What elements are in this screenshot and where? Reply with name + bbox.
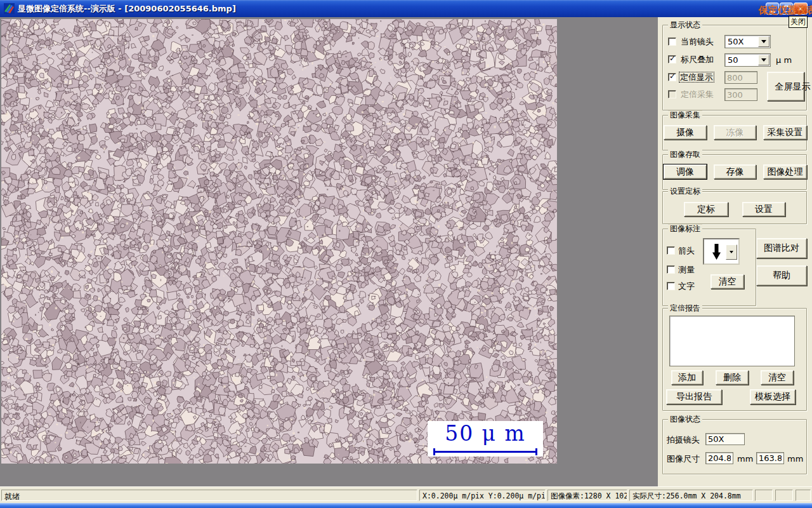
checkbox-scale-overlay[interactable] — [668, 55, 676, 64]
combo-current-lens-dropdown-button[interactable] — [758, 36, 769, 47]
window-title: 显微图像定倍系统--演示版 - [20090602055646.bmp] — [18, 3, 236, 15]
scale-bar-label: 50 μ m — [428, 421, 543, 446]
group-title-report: 定倍报告 — [668, 304, 702, 312]
status-ready: 就绪 — [1, 490, 417, 501]
group-image-status: 图像状态 — [662, 419, 807, 474]
fullscreen-button-label: 全屏显示 — [775, 81, 797, 91]
checkbox-measure[interactable] — [667, 265, 675, 274]
titlebar: 显微图像定倍系统--演示版 - [20090602055646.bmp] ✕ — [0, 0, 812, 18]
arrow-style-combo[interactable] — [703, 238, 740, 265]
label-measure: 测量 — [678, 265, 695, 274]
export-report-button[interactable]: 导出报告 — [666, 389, 722, 404]
group-title-calibration: 设置定标 — [668, 187, 702, 196]
clear-annotation-button[interactable]: 清空 — [710, 274, 744, 289]
width-input[interactable] — [705, 452, 733, 464]
chevron-down-icon — [761, 58, 766, 64]
chevron-down-icon — [730, 251, 733, 255]
taskbar-strip[interactable] — [0, 503, 812, 508]
clear-report-button[interactable]: 清空 — [761, 370, 794, 385]
setup-button[interactable]: 设置 — [742, 202, 785, 217]
scale-bar: 50 μ m — [428, 421, 543, 457]
status-empty-panel — [775, 490, 793, 501]
combo-current-lens-value: 50X — [728, 37, 743, 46]
chevron-down-icon — [761, 40, 766, 46]
label-scale-overlay: 标尺叠加 — [681, 55, 714, 64]
shoot-button[interactable]: 摄像 — [664, 125, 707, 140]
checkbox-current-lens[interactable] — [668, 37, 676, 46]
checkbox-arrow[interactable] — [667, 246, 675, 255]
calibrate-button[interactable]: 定标 — [684, 202, 728, 217]
atlas-compare-button[interactable]: 图谱比对 — [756, 238, 807, 258]
combo-scale-overlay-value: 50 — [728, 55, 738, 65]
group-title-image-status: 图像状态 — [668, 415, 702, 424]
save-image-button[interactable]: 存像 — [714, 164, 756, 179]
arrow-style-dropdown-button[interactable] — [726, 244, 737, 260]
report-listbox[interactable] — [669, 316, 795, 366]
label-text: 文字 — [678, 281, 695, 291]
side-panel: 显示状态 当前镜头 50X 标尺叠加 50 μ m 定倍显示 定倍采集 全屏显示 — [658, 17, 812, 486]
add-report-button[interactable]: 添加 — [671, 370, 703, 385]
group-title-annotation: 图像标注 — [668, 224, 702, 233]
group-title-display-status: 显示状态 — [668, 20, 702, 29]
restore-button[interactable] — [780, 3, 793, 15]
checkbox-fixed-capture[interactable] — [668, 90, 676, 98]
statusbar: 就绪 X:0.200μ m/pix Y:0.200μ m/pix 图像像素:12… — [0, 486, 812, 504]
group-title-capture: 图像采集 — [668, 110, 702, 119]
freeze-button[interactable]: 冻像 — [714, 125, 756, 140]
arrow-down-icon — [712, 244, 721, 260]
label-current-lens: 当前镜头 — [681, 37, 714, 46]
app-icon — [4, 3, 15, 14]
close-button[interactable]: ✕ — [794, 3, 808, 15]
status-image-pixels: 图像像素:1280 X 1024 — [547, 490, 627, 501]
label-height-unit: mm — [787, 454, 803, 464]
application-window: 显微图像定倍系统--演示版 - [20090602055646.bmp] ✕ 保… — [0, 0, 812, 508]
image-process-button[interactable]: 图像处理 — [763, 164, 807, 179]
restore-icon — [783, 6, 790, 12]
combo-current-lens[interactable]: 50X — [724, 35, 771, 48]
micrograph-canvas[interactable] — [1, 19, 557, 464]
close-tooltip: 关闭 — [789, 16, 808, 28]
label-fixed-capture: 定倍采集 — [681, 90, 714, 99]
capture-settings-button[interactable]: 采集设置 — [763, 125, 807, 140]
status-empty-panel — [755, 490, 773, 501]
minimize-button[interactable] — [766, 3, 779, 15]
template-select-button[interactable]: 模板选择 — [750, 389, 796, 404]
input-fixed-capture[interactable] — [724, 88, 757, 101]
group-title-storage: 图像存取 — [668, 150, 702, 159]
height-input[interactable] — [756, 452, 784, 464]
checkbox-text[interactable] — [667, 282, 675, 290]
load-image-button[interactable]: 调像 — [664, 164, 707, 179]
fullscreen-button[interactable]: 全屏显示 — [767, 72, 804, 101]
image-area[interactable]: 50 μ m — [1, 19, 557, 464]
status-pixel-scale: X:0.200μ m/pix Y:0.200μ m/pix — [419, 490, 546, 501]
help-button[interactable]: 帮助 — [756, 265, 807, 286]
status-actual-size: 实际尺寸:256.0mm X 204.8mm — [629, 490, 753, 501]
label-fixed-display: 定倍显示 — [679, 72, 714, 82]
close-icon: ✕ — [797, 4, 804, 13]
label-width-unit: mm — [737, 454, 753, 464]
lens-input[interactable] — [705, 433, 745, 445]
client-area: 50 μ m 显示状态 当前镜头 50X 标尺叠加 50 μ m — [0, 17, 812, 486]
checkbox-fixed-display[interactable] — [668, 73, 676, 81]
status-empty-panel — [796, 490, 811, 501]
combo-scale-overlay[interactable]: 50 — [724, 53, 771, 67]
minimize-icon — [769, 11, 775, 13]
label-scale-unit: μ m — [776, 55, 792, 65]
input-fixed-display[interactable] — [724, 71, 757, 84]
combo-scale-overlay-dropdown-button[interactable] — [758, 55, 769, 65]
label-image-size: 图像尺寸 — [667, 454, 700, 464]
delete-report-button[interactable]: 删除 — [716, 370, 749, 385]
label-arrow: 箭头 — [678, 246, 695, 255]
scale-bar-line — [433, 451, 537, 453]
label-shoot-lens: 拍摄镜头 — [667, 435, 700, 444]
